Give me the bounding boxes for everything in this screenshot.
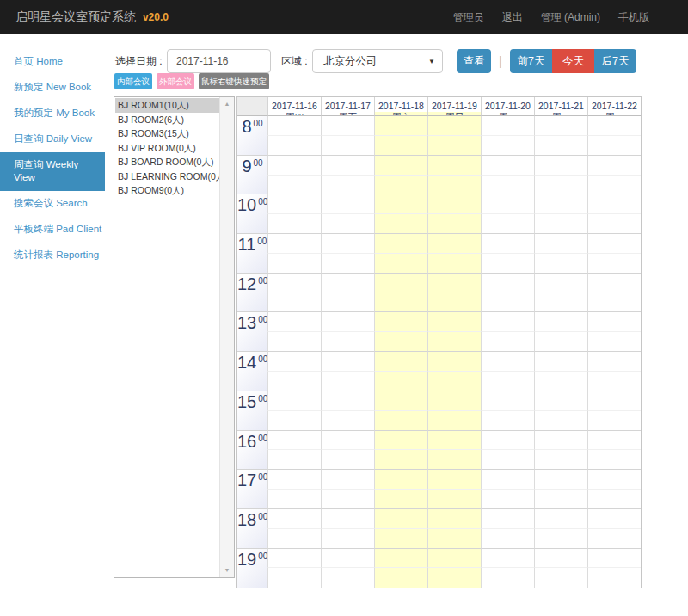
calendar-slot[interactable] xyxy=(427,156,481,176)
calendar-slot[interactable] xyxy=(534,156,587,176)
calendar-slot[interactable] xyxy=(481,450,534,470)
calendar-slot[interactable] xyxy=(321,234,374,254)
calendar-slot[interactable] xyxy=(374,391,427,411)
sidebar-item[interactable]: 日查询 Daily View xyxy=(0,126,105,152)
calendar-slot[interactable] xyxy=(587,391,641,411)
calendar-slot[interactable] xyxy=(321,490,374,509)
calendar-slot[interactable] xyxy=(481,194,534,214)
calendar-slot[interactable] xyxy=(534,470,587,490)
sidebar-item[interactable]: 周查询 Weekly View xyxy=(0,152,105,191)
calendar-slot[interactable] xyxy=(321,116,374,136)
prev-7-days-button[interactable]: 前7天 xyxy=(510,49,552,73)
calendar-slot[interactable] xyxy=(321,293,374,313)
calendar-slot[interactable] xyxy=(267,136,321,156)
calendar-slot[interactable] xyxy=(481,411,534,431)
calendar-slot[interactable] xyxy=(267,194,321,214)
calendar-slot[interactable] xyxy=(321,312,374,332)
calendar-slot[interactable] xyxy=(534,372,587,391)
calendar-slot[interactable] xyxy=(321,549,374,569)
calendar-slot[interactable] xyxy=(321,391,374,411)
calendar-slot[interactable] xyxy=(267,176,321,195)
room-list-scrollbar[interactable]: ▲ ▼ xyxy=(219,97,234,577)
next-7-days-button[interactable]: 后7天 xyxy=(594,49,636,73)
calendar-slot[interactable] xyxy=(427,391,481,411)
sidebar-item[interactable]: 首页 Home xyxy=(0,49,105,75)
calendar-slot[interactable] xyxy=(427,549,481,569)
calendar-slot[interactable] xyxy=(427,372,481,391)
calendar-slot[interactable] xyxy=(374,274,427,293)
calendar-slot[interactable] xyxy=(267,372,321,391)
calendar-slot[interactable] xyxy=(427,352,481,372)
calendar-slot[interactable] xyxy=(534,411,587,431)
calendar-slot[interactable] xyxy=(534,529,587,549)
topbar-menu-item[interactable]: 退出 xyxy=(502,10,523,25)
room-list-item[interactable]: BJ ROOM2(6人) xyxy=(115,113,219,127)
calendar-slot[interactable] xyxy=(427,509,481,529)
calendar-slot[interactable] xyxy=(374,116,427,136)
calendar-slot[interactable] xyxy=(534,194,587,214)
calendar-slot[interactable] xyxy=(427,529,481,549)
calendar-slot[interactable] xyxy=(267,274,321,293)
calendar-slot[interactable] xyxy=(481,254,534,274)
calendar-slot[interactable] xyxy=(534,509,587,529)
calendar-slot[interactable] xyxy=(534,391,587,411)
calendar-slot[interactable] xyxy=(587,274,641,293)
calendar-slot[interactable] xyxy=(587,372,641,391)
calendar-slot[interactable] xyxy=(374,450,427,470)
calendar-slot[interactable] xyxy=(267,431,321,451)
calendar-slot[interactable] xyxy=(321,509,374,529)
calendar-slot[interactable] xyxy=(374,194,427,214)
sidebar-item[interactable]: 平板终端 Pad Client xyxy=(0,217,105,243)
calendar-slot[interactable] xyxy=(481,431,534,451)
scroll-up-icon[interactable]: ▲ xyxy=(220,97,234,111)
calendar-slot[interactable] xyxy=(587,156,641,176)
calendar-slot[interactable] xyxy=(481,176,534,195)
scroll-down-icon[interactable]: ▼ xyxy=(220,564,234,577)
calendar-slot[interactable] xyxy=(427,332,481,352)
topbar-menu-item[interactable]: 手机版 xyxy=(618,10,649,25)
calendar-slot[interactable] xyxy=(427,470,481,490)
calendar-slot[interactable] xyxy=(321,214,374,234)
calendar-slot[interactable] xyxy=(267,156,321,176)
calendar-slot[interactable] xyxy=(481,352,534,372)
calendar-slot[interactable] xyxy=(321,332,374,352)
calendar-slot[interactable] xyxy=(481,116,534,136)
calendar-slot[interactable] xyxy=(534,332,587,352)
calendar-slot[interactable] xyxy=(534,352,587,372)
calendar-slot[interactable] xyxy=(587,176,641,195)
calendar-slot[interactable] xyxy=(427,136,481,156)
calendar-slot[interactable] xyxy=(374,372,427,391)
calendar-slot[interactable] xyxy=(534,214,587,234)
calendar-slot[interactable] xyxy=(267,549,321,569)
calendar-slot[interactable] xyxy=(267,332,321,352)
date-input[interactable] xyxy=(167,49,271,73)
room-list-item[interactable]: BJ BOARD ROOM(0人) xyxy=(115,155,219,169)
calendar-slot[interactable] xyxy=(481,391,534,411)
calendar-slot[interactable] xyxy=(481,156,534,176)
calendar-slot[interactable] xyxy=(321,529,374,549)
calendar-slot[interactable] xyxy=(481,312,534,332)
calendar-slot[interactable] xyxy=(267,490,321,509)
calendar-slot[interactable] xyxy=(374,136,427,156)
calendar-slot[interactable] xyxy=(481,332,534,352)
calendar-slot[interactable] xyxy=(374,490,427,509)
calendar-slot[interactable] xyxy=(321,372,374,391)
calendar-slot[interactable] xyxy=(267,529,321,549)
topbar-menu-item[interactable]: 管理员 xyxy=(453,10,484,25)
calendar-slot[interactable] xyxy=(587,450,641,470)
calendar-slot[interactable] xyxy=(374,214,427,234)
calendar-slot[interactable] xyxy=(534,312,587,332)
calendar-slot[interactable] xyxy=(321,254,374,274)
calendar-slot[interactable] xyxy=(267,470,321,490)
calendar-slot[interactable] xyxy=(481,490,534,509)
room-list-item[interactable]: BJ ROOM1(10人) xyxy=(115,98,219,113)
calendar-slot[interactable] xyxy=(587,332,641,352)
calendar-slot[interactable] xyxy=(587,352,641,372)
calendar-slot[interactable] xyxy=(321,568,374,588)
calendar-slot[interactable] xyxy=(534,450,587,470)
calendar-slot[interactable] xyxy=(481,234,534,254)
calendar-slot[interactable] xyxy=(587,254,641,274)
calendar-slot[interactable] xyxy=(587,116,641,136)
calendar-slot[interactable] xyxy=(427,176,481,195)
calendar-slot[interactable] xyxy=(427,214,481,234)
